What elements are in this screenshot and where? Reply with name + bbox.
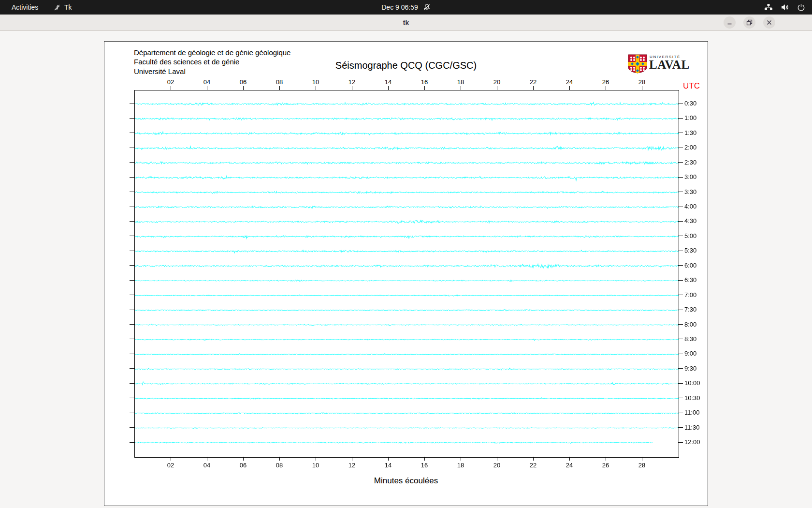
x-tick-mark-bottom xyxy=(316,457,316,461)
focused-app-menu[interactable]: Tk xyxy=(53,0,72,15)
window-titlebar[interactable]: tk xyxy=(0,15,812,31)
maximize-button[interactable] xyxy=(743,16,755,29)
y-tick-mark-left xyxy=(130,221,134,222)
x-tick-label-top: 20 xyxy=(493,78,500,86)
y-tick-mark-left xyxy=(130,251,134,251)
trace-time-label: 4:00 xyxy=(684,203,696,210)
x-tick-label-top: 04 xyxy=(203,78,210,86)
x-tick-label-top: 22 xyxy=(530,78,536,86)
app-name: Tk xyxy=(64,3,72,11)
utc-axis-title: UTC xyxy=(683,81,700,91)
y-tick-mark-left xyxy=(130,354,134,354)
laval-shield-icon xyxy=(628,54,647,74)
y-tick-mark-left xyxy=(130,148,134,148)
x-tick-label-top: 02 xyxy=(167,78,174,86)
window-title: tk xyxy=(0,15,812,30)
x-tick-mark-bottom xyxy=(388,457,389,461)
x-tick-label-top: 10 xyxy=(312,78,319,86)
x-tick-label-bottom: 06 xyxy=(240,462,246,469)
minimize-icon xyxy=(726,19,733,26)
y-tick-mark-right xyxy=(678,339,683,339)
x-tick-mark-bottom xyxy=(606,457,606,461)
trace-time-label: 1:00 xyxy=(684,114,696,121)
y-tick-mark-left xyxy=(130,133,134,133)
y-tick-mark-left xyxy=(130,280,134,281)
y-tick-mark-right xyxy=(678,354,683,354)
y-tick-mark-right xyxy=(678,148,683,148)
x-tick-mark-bottom xyxy=(207,457,207,461)
y-tick-mark-right xyxy=(678,398,683,398)
x-tick-mark-top xyxy=(533,86,534,90)
close-icon xyxy=(766,19,773,26)
x-tick-mark-top xyxy=(352,86,352,90)
x-tick-mark-top xyxy=(243,86,244,90)
minimize-button[interactable] xyxy=(724,16,736,29)
trace-time-label: 11:30 xyxy=(684,424,700,431)
trace-time-label: 12:00 xyxy=(684,438,700,446)
close-button[interactable] xyxy=(763,16,775,29)
x-tick-mark-bottom xyxy=(171,457,171,461)
x-tick-mark-bottom xyxy=(497,457,497,461)
logo-laval-text: LAVAL xyxy=(649,58,690,72)
x-tick-mark-bottom xyxy=(243,457,244,461)
x-tick-label-bottom: 12 xyxy=(348,462,355,469)
x-tick-mark-bottom xyxy=(642,457,642,461)
y-tick-mark-left xyxy=(130,413,134,413)
x-tick-label-top: 26 xyxy=(602,78,609,86)
desktop: Activities Tk Dec 9 06:59 xyxy=(0,0,812,508)
trace-time-label: 6:30 xyxy=(684,276,696,284)
x-tick-label-bottom: 08 xyxy=(276,462,283,469)
x-tick-label-bottom: 16 xyxy=(421,462,428,469)
x-tick-label-top: 18 xyxy=(457,78,464,86)
x-tick-mark-top xyxy=(207,86,207,90)
seismogram-canvas xyxy=(135,90,679,457)
chart-title: Séismographe QCQ (CGC/GSC) xyxy=(104,60,708,71)
x-tick-mark-top xyxy=(316,86,316,90)
x-tick-label-top: 28 xyxy=(638,78,645,86)
x-tick-label-top: 08 xyxy=(276,78,283,86)
trace-time-label: 3:30 xyxy=(684,188,696,195)
x-tick-label-bottom: 22 xyxy=(530,462,536,469)
x-tick-label-bottom: 04 xyxy=(203,462,210,469)
y-tick-mark-left xyxy=(130,383,134,384)
trace-time-label: 1:30 xyxy=(684,129,696,136)
institution-line1: Département de géologie et de génie géol… xyxy=(134,48,290,57)
y-tick-mark-right xyxy=(678,383,683,384)
x-tick-mark-top xyxy=(279,86,280,90)
y-tick-mark-left xyxy=(130,310,134,310)
seismogram-plot-area xyxy=(134,90,679,458)
trace-time-label: 3:00 xyxy=(684,173,696,180)
y-tick-mark-left xyxy=(130,265,134,266)
x-tick-mark-top xyxy=(461,86,461,90)
x-tick-mark-top xyxy=(642,86,642,90)
trace-time-label: 6:00 xyxy=(684,262,696,269)
x-tick-mark-top xyxy=(606,86,606,90)
x-tick-mark-top xyxy=(424,86,425,90)
clock-menu[interactable]: Dec 9 06:59 xyxy=(381,0,431,15)
trace-time-label: 4:30 xyxy=(684,217,696,224)
y-tick-mark-right xyxy=(678,133,683,133)
y-tick-mark-left xyxy=(130,398,134,398)
y-tick-mark-left xyxy=(130,295,134,295)
trace-time-label: 2:30 xyxy=(684,159,696,166)
y-tick-mark-right xyxy=(678,280,683,281)
x-tick-label-top: 16 xyxy=(421,78,428,86)
y-tick-mark-right xyxy=(678,295,683,295)
seismograph-panel: Département de géologie et de génie géol… xyxy=(104,41,708,506)
y-tick-mark-right xyxy=(678,221,683,222)
x-tick-mark-top xyxy=(171,86,171,90)
x-tick-label-bottom: 02 xyxy=(167,462,174,469)
volume-icon xyxy=(781,3,789,12)
y-tick-mark-right xyxy=(678,104,683,104)
power-icon xyxy=(797,3,805,12)
x-tick-mark-top xyxy=(569,86,570,90)
y-tick-mark-left xyxy=(130,368,134,369)
trace-time-label: 7:30 xyxy=(684,306,696,313)
system-status-area[interactable] xyxy=(764,0,805,15)
activities-button[interactable]: Activities xyxy=(9,0,41,15)
y-tick-mark-right xyxy=(678,413,683,413)
x-tick-mark-top xyxy=(497,86,497,90)
y-tick-mark-left xyxy=(130,442,134,443)
x-tick-mark-bottom xyxy=(569,457,570,461)
trace-time-label: 11:00 xyxy=(684,409,700,416)
